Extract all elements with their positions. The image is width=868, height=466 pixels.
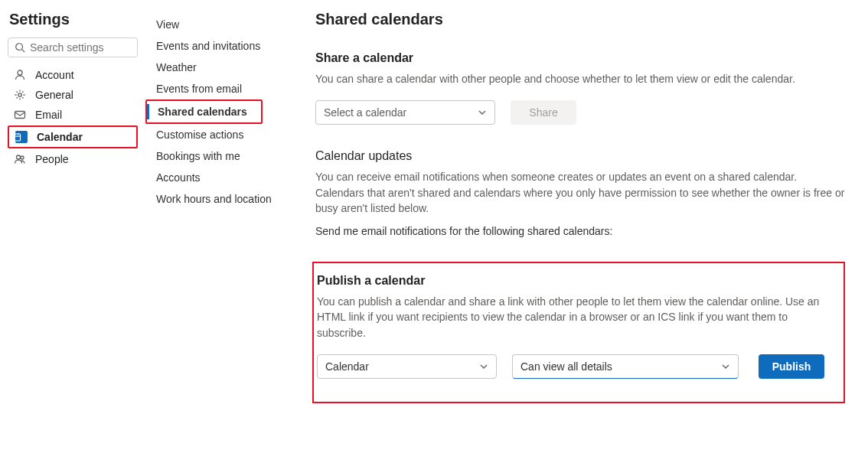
- subnav-events-invitations[interactable]: Events and invitations: [145, 35, 292, 57]
- sidebar-item-email[interactable]: Email: [8, 105, 138, 125]
- search-input[interactable]: [30, 41, 131, 54]
- sidebar-label: Account: [35, 69, 74, 81]
- dropdown-value: Select a calendar: [324, 106, 406, 119]
- chevron-down-icon: [721, 362, 730, 371]
- publish-permission-select[interactable]: Can view all details: [512, 354, 739, 379]
- search-settings[interactable]: [8, 37, 138, 57]
- share-title: Share a calendar: [315, 51, 845, 65]
- settings-title: Settings: [8, 11, 138, 37]
- subnav-weather[interactable]: Weather: [145, 57, 292, 78]
- svg-rect-5: [14, 134, 21, 141]
- subnav-bookings-with-me[interactable]: Bookings with me: [145, 145, 292, 167]
- dropdown-value: Calendar: [325, 360, 369, 373]
- dropdown-value: Can view all details: [520, 360, 612, 373]
- sidebar-label: General: [35, 89, 73, 101]
- sidebar-label: Email: [35, 109, 62, 121]
- publish-desc: You can publish a calendar and share a l…: [317, 294, 831, 341]
- subnav-view[interactable]: View: [145, 14, 292, 35]
- subnav-events-from-email[interactable]: Events from email: [145, 78, 292, 99]
- calendar-updates-section: Calendar updates You can receive email n…: [315, 149, 845, 237]
- highlight-shared-calendars-nav: Shared calendars: [145, 99, 263, 124]
- share-desc: You can share a calendar with other peop…: [315, 71, 845, 86]
- search-icon: [15, 42, 25, 53]
- share-button: Share: [511, 100, 576, 125]
- chevron-down-icon: [478, 108, 487, 117]
- publish-title: Publish a calendar: [317, 274, 831, 288]
- chevron-down-icon: [479, 362, 488, 371]
- svg-rect-4: [15, 112, 25, 119]
- page-title: Shared calendars: [315, 11, 845, 28]
- main-content: Shared calendars Share a calendar You ca…: [292, 0, 868, 466]
- subnav-accounts[interactable]: Accounts: [145, 167, 292, 188]
- updates-title: Calendar updates: [315, 149, 845, 163]
- highlight-publish-section: Publish a calendar You can publish a cal…: [312, 262, 845, 403]
- sidebar-item-people[interactable]: People: [8, 149, 138, 169]
- mail-icon: [14, 109, 26, 121]
- svg-line-1: [22, 50, 25, 53]
- share-calendar-section: Share a calendar You can share a calenda…: [315, 51, 845, 125]
- svg-point-3: [18, 93, 21, 96]
- publish-button[interactable]: Publish: [759, 354, 824, 379]
- svg-point-9: [17, 155, 21, 159]
- calendar-settings-sidebar: View Events and invitations Weather Even…: [145, 0, 292, 466]
- updates-desc: You can receive email notifications when…: [315, 169, 845, 216]
- gear-icon: [14, 89, 26, 101]
- svg-point-10: [21, 156, 24, 159]
- svg-point-0: [16, 44, 23, 51]
- subnav-customise-actions[interactable]: Customise actions: [145, 124, 292, 145]
- share-calendar-select[interactable]: Select a calendar: [315, 100, 495, 125]
- subnav-shared-calendars[interactable]: Shared calendars: [147, 101, 261, 122]
- publish-calendar-select[interactable]: Calendar: [317, 354, 497, 379]
- sidebar-label: People: [35, 153, 69, 165]
- svg-point-2: [18, 70, 22, 75]
- calendar-icon: [15, 131, 28, 143]
- sidebar-item-calendar[interactable]: Calendar: [9, 127, 136, 147]
- sidebar-item-account[interactable]: Account: [8, 65, 138, 85]
- people-icon: [14, 153, 26, 165]
- subnav-work-hours-location[interactable]: Work hours and location: [145, 188, 292, 210]
- highlight-calendar-nav: Calendar: [8, 125, 138, 148]
- sidebar-item-general[interactable]: General: [8, 85, 138, 105]
- settings-sidebar: Settings Account General Email Calendar: [0, 0, 145, 466]
- updates-note: Send me email notifications for the foll…: [315, 225, 845, 237]
- sidebar-label: Calendar: [37, 131, 83, 143]
- person-icon: [14, 69, 26, 81]
